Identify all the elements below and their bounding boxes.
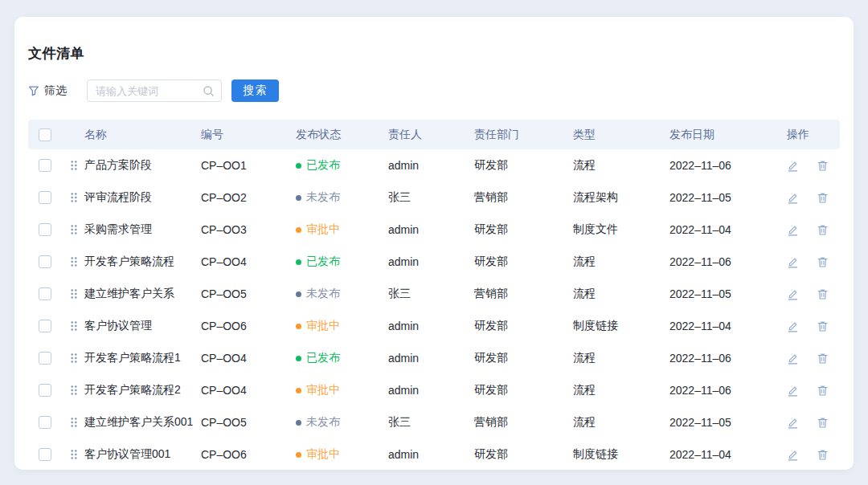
cell-code: CP–OO4 <box>201 352 296 365</box>
drag-handle-icon[interactable] <box>70 417 78 428</box>
row-checkbox[interactable] <box>39 223 51 236</box>
status-label: 已发布 <box>306 351 340 365</box>
status-dot-icon <box>296 388 301 393</box>
cell-owner: admin <box>386 320 474 332</box>
cell-code: CP–OO2 <box>201 191 296 204</box>
delete-button[interactable] <box>817 192 829 204</box>
edit-button[interactable] <box>787 224 799 236</box>
edit-button[interactable] <box>787 256 799 268</box>
cell-date: 2022–11–06 <box>669 255 777 268</box>
search-button[interactable]: 搜索 <box>231 79 279 102</box>
cell-status: 已发布 <box>296 158 386 173</box>
search-input[interactable] <box>96 85 203 97</box>
cell-type: 制度链接 <box>573 319 669 333</box>
cell-dept: 研发部 <box>474 319 573 333</box>
status-dot-icon <box>296 291 301 297</box>
row-checkbox[interactable] <box>39 320 51 332</box>
column-header-dept: 责任部门 <box>474 128 573 142</box>
drag-handle-icon[interactable] <box>70 385 78 396</box>
drag-handle-icon[interactable] <box>70 449 78 460</box>
edit-button[interactable] <box>787 192 799 204</box>
table-row: 产品方案阶段 CP–OO1 已发布 admin 研发部 流程 2022–11–0… <box>28 149 840 181</box>
filter-button[interactable]: 筛选 <box>28 84 67 98</box>
cell-dept: 研发部 <box>474 222 573 237</box>
cell-code: CP–OO5 <box>201 287 296 300</box>
cell-name: 评审流程阶段 <box>84 190 201 205</box>
drag-handle-icon[interactable] <box>70 256 78 267</box>
column-header-date: 发布日期 <box>669 128 777 142</box>
cell-status: 已发布 <box>296 255 386 269</box>
edit-button[interactable] <box>787 288 799 300</box>
edit-button[interactable] <box>787 385 799 397</box>
edit-button[interactable] <box>787 353 799 365</box>
cell-code: CP–OO6 <box>201 448 296 461</box>
drag-handle-icon[interactable] <box>70 320 78 332</box>
page-title: 文件清单 <box>28 44 840 63</box>
status-label: 审批中 <box>306 222 340 237</box>
row-checkbox[interactable] <box>39 287 51 300</box>
row-checkbox[interactable] <box>39 191 51 204</box>
cell-name: 建立维护客户关系001 <box>84 415 201 430</box>
delete-button[interactable] <box>817 385 829 397</box>
row-checkbox[interactable] <box>39 352 51 365</box>
cell-dept: 营销部 <box>474 190 573 205</box>
table-row: 开发客户策略流程1 CP–OO4 已发布 admin 研发部 流程 2022–1… <box>28 342 840 374</box>
table-header-row: 名称 编号 发布状态 责任人 责任部门 类型 发布日期 操作 <box>28 120 840 149</box>
cell-type: 流程 <box>573 351 669 365</box>
row-checkbox[interactable] <box>39 384 51 397</box>
delete-button[interactable] <box>817 288 829 300</box>
cell-name: 采购需求管理 <box>84 222 201 237</box>
cell-status: 未发布 <box>296 287 386 301</box>
file-table: 名称 编号 发布状态 责任人 责任部门 类型 发布日期 操作 <box>28 120 840 471</box>
cell-code: CP–OO4 <box>201 255 296 268</box>
table-row: 采购需求管理 CP–OO3 审批中 admin 研发部 制度文件 2022–11… <box>28 214 840 246</box>
delete-button[interactable] <box>817 224 829 236</box>
edit-button[interactable] <box>787 320 799 332</box>
drag-handle-icon[interactable] <box>70 353 78 364</box>
drag-handle-icon[interactable] <box>70 288 78 300</box>
row-checkbox[interactable] <box>39 255 51 268</box>
delete-button[interactable] <box>817 353 829 365</box>
cell-dept: 研发部 <box>474 351 573 365</box>
cell-code: CP–OO3 <box>201 223 296 236</box>
edit-button[interactable] <box>787 417 799 429</box>
delete-button[interactable] <box>817 449 829 461</box>
edit-button[interactable] <box>787 160 799 172</box>
cell-owner: 张三 <box>386 415 474 430</box>
delete-button[interactable] <box>817 160 829 172</box>
delete-button[interactable] <box>817 256 829 268</box>
select-all-checkbox[interactable] <box>39 128 51 141</box>
table-row: 评审流程阶段 CP–OO2 未发布 张三 营销部 流程架构 2022–11–05 <box>28 181 840 214</box>
cell-type: 流程 <box>573 287 669 301</box>
status-label: 已发布 <box>306 255 340 269</box>
drag-handle-icon[interactable] <box>70 224 78 235</box>
cell-dept: 营销部 <box>474 287 573 301</box>
status-label: 已发布 <box>306 158 340 173</box>
cell-dept: 营销部 <box>474 415 573 430</box>
cell-type: 制度文件 <box>573 222 669 237</box>
row-checkbox[interactable] <box>39 159 51 172</box>
cell-date: 2022–11–05 <box>669 416 777 429</box>
table-row: 客户协议管理001 CP–OO6 审批中 admin 研发部 制度链接 2022… <box>28 438 840 471</box>
status-dot-icon <box>296 259 301 265</box>
cell-name: 开发客户策略流程 <box>84 255 201 269</box>
drag-handle-icon[interactable] <box>70 192 78 203</box>
column-header-status: 发布状态 <box>296 128 386 142</box>
row-checkbox[interactable] <box>39 416 51 429</box>
table-body: 产品方案阶段 CP–OO1 已发布 admin 研发部 流程 2022–11–0… <box>28 149 840 471</box>
cell-date: 2022–11–04 <box>669 223 777 236</box>
edit-button[interactable] <box>787 449 799 461</box>
column-header-actions: 操作 <box>777 128 840 142</box>
status-label: 审批中 <box>306 383 340 397</box>
cell-owner: 张三 <box>386 190 474 205</box>
row-checkbox[interactable] <box>39 448 51 461</box>
cell-name: 开发客户策略流程1 <box>84 351 201 365</box>
table-row: 客户协议管理 CP–OO6 审批中 admin 研发部 制度链接 2022–11… <box>28 310 840 342</box>
status-label: 未发布 <box>306 287 340 301</box>
drag-handle-icon[interactable] <box>70 160 78 171</box>
delete-button[interactable] <box>817 320 829 332</box>
cell-dept: 研发部 <box>474 255 573 269</box>
delete-button[interactable] <box>817 417 829 429</box>
cell-name: 产品方案阶段 <box>84 158 201 173</box>
cell-type: 流程 <box>573 415 669 430</box>
